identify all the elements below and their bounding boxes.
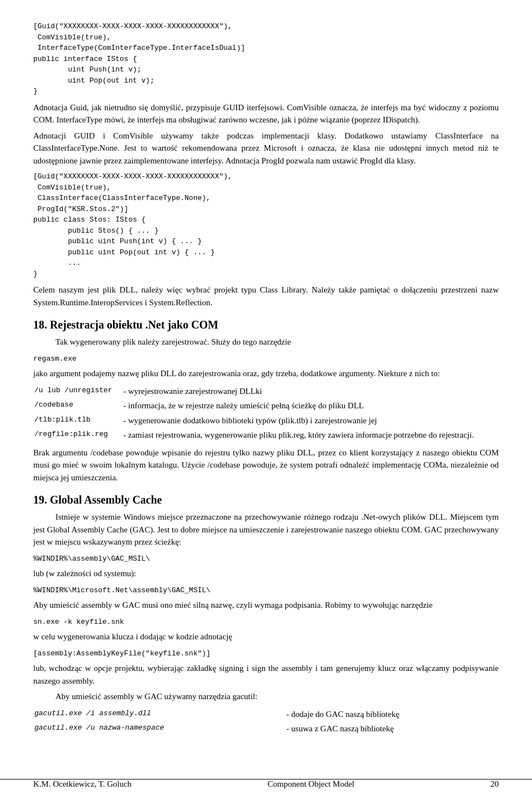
def-codebase-value: - informacja, że w rejestrze należy umie… [123,399,498,413]
def-row-tlb: /tlb:plik.tlb - wygenerowanie dodatkowo … [34,414,498,428]
section18-intro: Tak wygenerowany plik należy zarejestrow… [33,336,499,348]
section18-tool: regasm.exe [33,355,76,363]
assembly-annotation: [assembly:AssemblyKeyFile("keyfile.snk")… [33,647,499,659]
gacutil-table: gacutil.exe /i assembly.dll - dodaje do … [33,706,499,737]
def-regfile-key: /regfile:plik.reg [34,428,122,442]
def-codebase-key: /codebase [34,399,122,413]
gacutil-add-row: gacutil.exe /i assembly.dll - dodaje do … [34,707,498,721]
footer-left: K.M. Ocetkiewicz, T. Goluch [33,780,131,789]
para2: Adnotacji GUID i ComVisible używamy takż… [33,130,499,167]
gacutil-rm-desc: - usuwa z GAC naszą bibliotekę [287,722,498,736]
gac-path1: %WINDIR%\assembly\GAC_MSIL\ [33,552,499,565]
def-tlb-key: /tlb:plik.tlb [34,414,122,428]
section19-para5: Aby umieścić assembly w GAC używamy narz… [33,690,499,703]
para3: Celem naszym jest plik DLL, należy więc … [33,284,499,309]
page: [Guid("XXXXXXXX-XXXX-XXXX-XXXX-XXXXXXXXX… [0,0,532,800]
gacutil-rm-cmd: gacutil.exe /u nazwa-namespace [34,722,285,736]
definition-table: /u lub /unregister - wyrejestrowanie zar… [33,383,499,443]
def-tlb-value: - wygenerowanie dodatkowo biblioteki typ… [123,414,498,428]
section19-para2: Aby umieścić assembly w GAC musi ono mie… [33,599,499,612]
section18-heading: 18. Rejestracja obiektu .Net jako COM [33,319,499,331]
def-row-regfile: /regfile:plik.reg - zamiast rejestrowani… [34,428,498,442]
footer: K.M. Ocetkiewicz, T. Goluch Component Ob… [0,779,532,789]
gacutil-add-cmd: gacutil.exe /i assembly.dll [34,707,285,721]
def-u-value: - wyrejestrowanie zarejestrowanej DLLki [123,384,498,398]
section18-cont: jako argument podajemy nazwę pliku DLL d… [33,367,499,380]
gac-path2: %WINDIR%\Microsoft.Net\assembly\GAC_MSIL… [33,583,499,596]
para4: Brak argumentu /codebase powoduje wpisan… [33,447,499,484]
def-row-u: /u lub /unregister - wyrejestrowanie zar… [34,384,498,398]
def-regfile-value: - zamiast rejestrowania, wygenerowanie p… [123,428,498,442]
section19-para4: lub, wchodząc w opcje projektu, wybieraj… [33,662,499,687]
para1: Adnotacja Guid, jak nietrudno się domyśl… [33,101,499,126]
section19-para3: w celu wygenerowania klucza i dodając w … [33,630,499,643]
sn-tool: sn.exe -k keyfile.snk [33,615,499,628]
def-row-codebase: /codebase - informacja, że w rejestrze n… [34,399,498,413]
code-block-2: [Guid("XXXXXXXX-XXXX-XXXX-XXXX-XXXXXXXXX… [33,171,499,279]
def-u-key: /u lub /unregister [34,384,122,398]
code-block-1: [Guid("XXXXXXXX-XXXX-XXXX-XXXX-XXXXXXXXX… [33,21,499,97]
gac-or: lub (w zależności od systemu): [33,567,499,580]
section19-heading: 19. Global Assembly Cache [33,494,499,506]
footer-right: 20 [490,780,499,789]
gacutil-add-desc: - dodaje do GAC naszą bibliotekę [287,707,498,721]
section19-para1: Istnieje w systemie Windows miejsce prze… [33,511,499,548]
footer-center: Component Object Model [268,780,355,789]
gacutil-rm-row: gacutil.exe /u nazwa-namespace - usuwa z… [34,722,498,736]
